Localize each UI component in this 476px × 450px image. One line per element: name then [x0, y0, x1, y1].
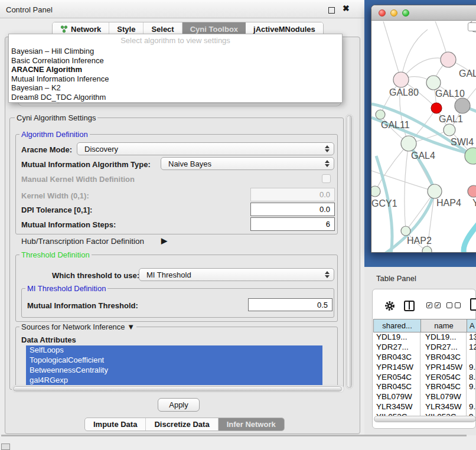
table-row[interactable]: YBR045CYBR045C9.: [373, 382, 476, 392]
algorithm-option-bayesian-hill[interactable]: Bayesian – Hill Climbing: [9, 47, 342, 56]
close-traffic-light-icon[interactable]: [379, 9, 386, 17]
algorithm-definition-legend: Algorithm Definition: [19, 130, 90, 139]
node-salmon[interactable]: [468, 185, 476, 197]
control-panel-title: Control Panel: [6, 5, 53, 14]
table-row[interactable]: YLR345WYLR345W9.: [373, 402, 476, 412]
node-gal1[interactable]: [444, 124, 455, 136]
mi-type-select[interactable]: Naive Bayes: [161, 157, 334, 170]
node-label-hap4: HAP4: [436, 198, 461, 208]
table-panel-title: Table Panel: [376, 274, 416, 283]
column-header-shared[interactable]: shared...: [374, 319, 421, 332]
column-separator: [420, 332, 420, 416]
hub-definition-label[interactable]: Hub/Transcription Factor Definition: [21, 237, 144, 246]
mi-type-label: Mutual Information Algorithm Type:: [21, 160, 151, 169]
table-row[interactable]: YDL19...YDL19...13: [373, 332, 476, 343]
algorithm-option-dream8[interactable]: Dream8 DC_TDC Algorithm: [9, 93, 342, 102]
sources-legend: Sources for Network Inference ▼: [19, 322, 136, 331]
threshold-definition-legend: Threshold Definition: [19, 250, 92, 259]
algorithm-option-bayesian-k2[interactable]: Bayesian – K2: [9, 83, 342, 93]
node-hap4[interactable]: [428, 184, 442, 198]
network-icon: [60, 25, 68, 33]
node-gal11[interactable]: [376, 110, 385, 119]
dpi-tolerance-label: DPI Tolerance [0,1]:: [21, 206, 92, 214]
network-edge-cyan: [464, 217, 476, 252]
table-body: YDL19...YDL19...13 YDR27...YDR27...12 YB…: [373, 332, 476, 416]
node-label-gal10: GAL10: [435, 89, 465, 99]
tab-discretize-data[interactable]: Discretize Data: [146, 418, 218, 431]
table-row[interactable]: YER054CYER054C8.: [373, 373, 476, 383]
bottom-tabbar: Impute Data Discretize Data Infer Networ…: [84, 418, 285, 431]
algorithm-option-aracne[interactable]: ARACNE Algorithm: [9, 65, 342, 74]
mi-threshold-label: Mutual Information Threshold:: [27, 301, 138, 310]
node-hap2[interactable]: [401, 226, 410, 236]
algorithm-dropdown-popup: Select algorithm to view settings Bayesi…: [8, 34, 343, 103]
table-row[interactable]: YBR043CYBR043C: [373, 353, 476, 363]
tab-network-label: Network: [71, 25, 101, 34]
node-selected-red[interactable]: [431, 103, 442, 113]
float-window-icon[interactable]: [328, 7, 335, 14]
settings-vertical-scrollbar[interactable]: [345, 114, 353, 389]
manual-kernel-label: Manual Kernel Width Definition: [21, 175, 135, 184]
select-all-checkboxes-icon[interactable]: ✓ ✓: [426, 302, 441, 308]
column-header-partial[interactable]: A: [467, 319, 476, 332]
attribute-gal4rgexp[interactable]: gal4RGexp: [26, 376, 322, 386]
attribute-betweennesscentrality[interactable]: BetweennessCentrality: [26, 366, 322, 376]
column-separator: [466, 332, 467, 416]
minimize-traffic-light-icon[interactable]: [390, 9, 397, 17]
dpi-tolerance-input[interactable]: 0.0: [250, 203, 335, 216]
deselect-all-checkboxes-icon[interactable]: [446, 302, 461, 308]
settings-horizontal-scrollbar[interactable]: [12, 385, 344, 393]
tab-infer-network[interactable]: Infer Network: [219, 418, 284, 431]
apply-button[interactable]: Apply: [158, 398, 200, 412]
sources-collapse-arrow-icon[interactable]: ▼: [127, 322, 135, 331]
node-label-gal: GAL: [459, 69, 476, 79]
node-label-swi4: SWI4: [451, 137, 474, 148]
combo-stepper-icon: [325, 269, 330, 281]
table-horizontal-scrollbar[interactable]: [374, 416, 476, 422]
gear-icon[interactable]: [384, 300, 396, 312]
column-layout-icon[interactable]: [404, 301, 415, 311]
node-label-gal4: GAL4: [411, 151, 435, 161]
node-gal4[interactable]: [401, 136, 416, 151]
column-header-name[interactable]: name: [421, 319, 467, 332]
node-gal80[interactable]: [393, 72, 409, 87]
node-gal10[interactable]: [426, 76, 441, 90]
table-row[interactable]: YBL079WYBL079W: [373, 392, 476, 402]
aracne-mode-label: Aracne Mode:: [21, 145, 72, 154]
hub-expand-arrow-icon[interactable]: ▶: [161, 236, 167, 245]
zoom-traffic-light-icon[interactable]: [402, 9, 409, 17]
algorithm-prompt: Select algorithm to view settings: [9, 34, 342, 47]
document-icon[interactable]: [470, 298, 476, 311]
bottom-left-widget-icon[interactable]: [1, 444, 10, 450]
network-window-titlebar[interactable]: [371, 5, 476, 21]
canvas-corner-widget[interactable]: [468, 22, 476, 31]
aracne-mode-select[interactable]: Discovery: [77, 142, 334, 155]
manual-kernel-checkbox[interactable]: [322, 174, 331, 183]
control-panel-header: [0, 0, 364, 18]
algorithm-option-basic-correlation[interactable]: Basic Correlation Inference: [9, 56, 342, 66]
table-row[interactable]: YPR145WYPR145W9.: [373, 363, 476, 373]
table-row[interactable]: YDR27...YDR27...12: [373, 343, 476, 353]
cyni-settings-legend: Cyni Algorithm Settings: [15, 113, 97, 122]
vertical-scrollbar-thumb[interactable]: [347, 115, 352, 388]
node-bottom-partial[interactable]: [422, 246, 432, 252]
attribute-topologicalcoefficient[interactable]: TopologicalCoefficient: [26, 356, 322, 366]
horizontal-scrollbar-thumb[interactable]: [13, 386, 342, 392]
bottom-strip: [0, 436, 476, 450]
which-threshold-label: Which threshold to use:: [52, 271, 139, 280]
node-gal2[interactable]: [441, 52, 456, 67]
node-gcy1[interactable]: [371, 186, 380, 197]
network-canvas[interactable]: GAL GAL80 GAL10 GAL11 GAL1 SWI4 GAL4 GCY…: [371, 21, 476, 252]
mi-threshold-input[interactable]: 0.5: [248, 298, 332, 311]
node-label-gal80: GAL80: [389, 87, 419, 98]
mi-steps-input[interactable]: 6: [250, 217, 335, 231]
close-icon[interactable]: ✖: [343, 4, 350, 13]
network-window[interactable]: GAL GAL80 GAL10 GAL11 GAL1 SWI4 GAL4 GCY…: [371, 5, 476, 253]
tab-impute-data[interactable]: Impute Data: [85, 418, 146, 431]
kernel-width-input[interactable]: 0.0: [250, 188, 335, 201]
attribute-selfloops[interactable]: SelfLoops: [26, 345, 322, 356]
node-gray[interactable]: [455, 98, 470, 113]
which-threshold-select[interactable]: MI Threshold: [139, 268, 334, 281]
algorithm-option-mutual-information[interactable]: Mutual Information Inference: [9, 74, 342, 84]
table-header-row: shared... name A: [373, 319, 476, 332]
